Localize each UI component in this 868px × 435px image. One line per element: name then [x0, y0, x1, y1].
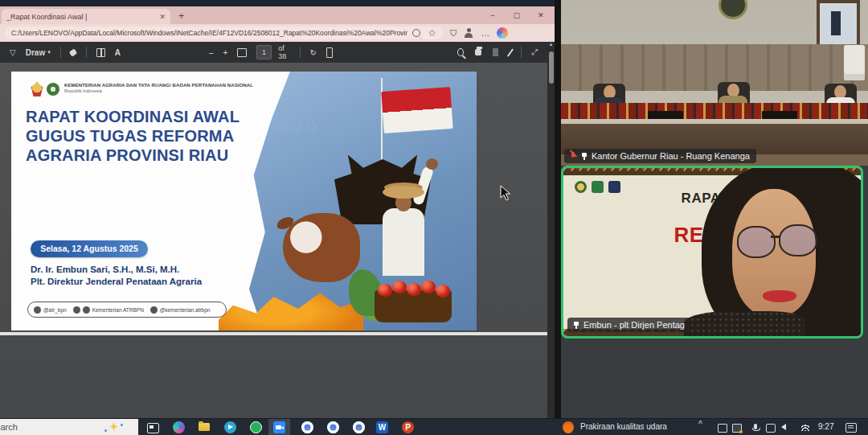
zoom-in-button[interactable]: + — [223, 48, 228, 57]
pin-icon — [580, 153, 588, 160]
desktop: Kantor Gubernur Riau - Ruang Kenanga RAP… — [0, 0, 868, 435]
video-tile-meeting-room[interactable]: Kantor Gubernur Riau - Ruang Kenanga — [561, 0, 868, 166]
notification-center-icon[interactable] — [845, 423, 857, 433]
print-icon[interactable] — [475, 49, 481, 55]
taskbar-search[interactable]: Search — [0, 419, 138, 435]
tray-clock[interactable]: 9:27 — [818, 422, 833, 431]
mouse-cursor — [500, 185, 511, 201]
fit-width-icon[interactable] — [237, 48, 246, 57]
zoom-taskbar-icon[interactable] — [273, 421, 285, 433]
tray-app-icon[interactable] — [718, 424, 727, 433]
word-icon[interactable]: W — [376, 421, 388, 433]
close-button[interactable]: ✕ — [530, 8, 551, 23]
page-layout-icon[interactable] — [96, 48, 105, 57]
profile-avatar-icon[interactable] — [464, 28, 473, 38]
wall-picture-frame — [817, 0, 860, 50]
restore-button[interactable]: ▢ — [506, 8, 527, 23]
glasses-right-lens — [779, 224, 817, 256]
search-doc-icon[interactable] — [457, 48, 464, 56]
taskbar: Search W P Prakiraan kualitas udara ^ — [0, 418, 868, 435]
telegram-icon[interactable] — [224, 421, 236, 433]
search-sparkle-icon — [109, 422, 118, 431]
annotate-pen-icon[interactable] — [507, 48, 514, 56]
minimize-button[interactable]: – — [482, 8, 503, 23]
window-top-strip — [0, 0, 555, 6]
url-text[interactable]: C:/Users/LENOVO/AppData/Local/Microsoft/… — [11, 29, 407, 37]
banner-logo-1 — [575, 181, 587, 193]
title-line3: AGRARIA PROVINSI RIAU — [26, 146, 240, 165]
sparkle-dot — [104, 429, 107, 432]
room-name: Kantor Gubernur Riau - Ruang Kenanga — [592, 151, 750, 161]
screen-share-icon[interactable] — [732, 424, 742, 433]
draw-caret-icon[interactable]: ▾ — [47, 49, 51, 55]
fullscreen-icon[interactable]: ⤢ — [531, 47, 538, 57]
decorative-circles — [276, 121, 316, 130]
tray-network-icon[interactable] — [801, 425, 809, 431]
batik-desk-ornament — [561, 103, 868, 121]
tab-close-icon[interactable]: ✕ — [159, 13, 166, 21]
zoom-page-icon[interactable] — [412, 29, 420, 37]
address-bar[interactable]: C:/Users/LENOVO/AppData/Local/Microsoft/… — [5, 27, 443, 39]
tomato — [436, 285, 450, 298]
banner-logo-2 — [592, 181, 604, 193]
favorite-star-icon[interactable]: ☆ — [428, 27, 436, 39]
file-explorer-icon[interactable] — [199, 423, 210, 431]
page-number-input[interactable]: 1 — [256, 45, 272, 60]
garuda-logo — [31, 82, 43, 96]
tray-camera-icon[interactable] — [766, 424, 776, 433]
date-badge: Selasa, 12 Agustus 2025 — [31, 240, 148, 257]
tab-bar: _Rapat Koordinasi Awal | ✕ + – ▢ ✕ — [0, 6, 555, 24]
pdf-toolbar: ▽ Draw ▾ A – + 1 of 38 ↻ ⤢ ⚙ — [0, 42, 555, 63]
eraser-icon[interactable] — [69, 48, 78, 56]
url-bar-row: C:/Users/LENOVO/AppData/Local/Microsoft/… — [0, 24, 555, 42]
tray-chevron-icon[interactable]: ^ — [698, 420, 702, 429]
title-line1: RAPAT KOORDINASI AWAL — [26, 107, 240, 126]
chrome-icon[interactable] — [301, 421, 313, 433]
farmer-hat — [383, 186, 424, 199]
task-view-button[interactable] — [147, 423, 159, 433]
save-icon[interactable] — [493, 48, 498, 56]
participant-label-speaker: Embun - plt Dirjen Pentag — [567, 318, 691, 332]
scrollbar-thumb[interactable] — [549, 51, 554, 84]
page-view-icon[interactable] — [326, 47, 334, 58]
select-tool-icon[interactable]: ▽ — [10, 48, 16, 57]
glasses-left-lens — [737, 226, 776, 258]
name-plate — [648, 111, 683, 119]
atrbpn-logo — [47, 83, 59, 96]
farmer-body — [383, 208, 424, 276]
viewer-scrollbar[interactable]: ▲ — [547, 42, 555, 418]
weather-icon[interactable] — [563, 421, 574, 433]
indonesian-flag — [381, 87, 452, 133]
weather-label[interactable]: Prakiraan kualitas udara — [580, 422, 667, 431]
scroll-up-icon[interactable]: ▲ — [547, 42, 555, 47]
browser-tab[interactable]: _Rapat Koordinasi Awal | ✕ — [2, 9, 170, 24]
ministry-line1: KEMENTERIAN AGRARIA DAN TATA RUANG/ BADA… — [64, 83, 253, 88]
ac-unit — [844, 45, 865, 80]
whatsapp-icon[interactable] — [250, 421, 262, 433]
video-tile-speaker[interactable]: RAPAT KOOR GUGUS REFORMA PRO Embun - plt… — [561, 166, 863, 339]
instagram-icon — [150, 306, 158, 314]
rotate-icon[interactable]: ↻ — [310, 48, 317, 57]
tray-microphone-icon[interactable] — [754, 424, 757, 429]
collections-icon[interactable]: ⛉ — [450, 28, 457, 39]
powerpoint-icon[interactable]: P — [402, 421, 414, 433]
zoom-out-button[interactable]: – — [209, 48, 214, 57]
youtube-icon — [83, 306, 90, 314]
edge-taskbar-icon[interactable] — [173, 421, 185, 433]
copilot-icon[interactable] — [497, 27, 508, 39]
chrome-icon-3[interactable] — [353, 421, 365, 433]
speaker-name-text: Dr. Ir. Embun Sari, S.H., M.Si, M.H. — [31, 265, 179, 274]
slide-page-1: KEMENTERIAN AGRARIA DAN TATA RUANG/ BADA… — [11, 72, 477, 330]
speaker-name: Embun - plt Dirjen Pentag — [583, 320, 685, 330]
twitter-handle: @atr_bpn — [43, 307, 67, 313]
more-menu-icon[interactable]: … — [481, 28, 489, 38]
new-tab-button[interactable]: + — [178, 10, 185, 22]
speaker-shoulders — [684, 311, 805, 339]
tray-speaker-icon[interactable] — [781, 424, 786, 430]
social-media-bar: @atr_bpn Kementerian ATRBPN @kementerian… — [27, 302, 227, 318]
draw-button[interactable]: Draw — [26, 48, 45, 57]
chrome-icon-2[interactable] — [327, 421, 339, 433]
tomato — [421, 281, 436, 293]
edge-browser-window: _Rapat Koordinasi Awal | ✕ + – ▢ ✕ C:/Us… — [0, 6, 555, 418]
read-aloud-icon[interactable]: A — [115, 48, 121, 57]
